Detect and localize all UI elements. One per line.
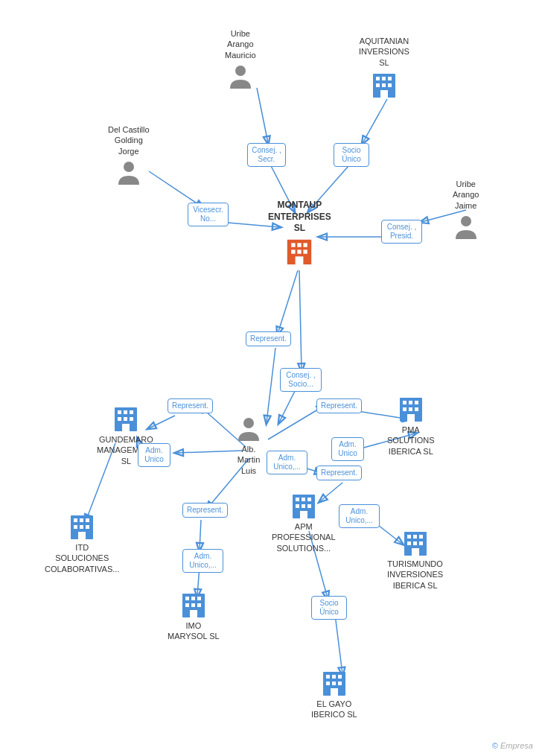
svg-rect-42 [304, 243, 307, 247]
svg-line-4 [149, 171, 203, 207]
relation-represent-imo: Represent. [182, 503, 228, 518]
svg-rect-53 [118, 417, 121, 421]
svg-rect-41 [298, 243, 302, 247]
svg-point-48 [243, 418, 254, 428]
svg-line-14 [176, 451, 242, 453]
relation-socio-unico-aq: SocioÚnico [334, 143, 369, 167]
building-icon-montaup [286, 238, 313, 266]
svg-rect-86 [413, 541, 417, 545]
svg-line-10 [299, 270, 302, 370]
building-icon-el-gayo [321, 669, 348, 697]
svg-rect-54 [124, 417, 127, 421]
node-el-gayo: EL GAYO IBERICO SL [311, 669, 357, 720]
building-icon-aquitanian [371, 71, 398, 99]
relation-represent-apm: Represent. [316, 466, 362, 480]
svg-rect-50 [118, 410, 121, 414]
svg-rect-66 [74, 518, 77, 522]
svg-rect-104 [331, 688, 338, 696]
node-apm: APM PROFESSIONAL SOLUTIONS... [272, 492, 336, 553]
svg-rect-37 [380, 90, 388, 98]
node-uribe-jaime: Uribe Arango Jaime [453, 179, 479, 241]
svg-line-25 [335, 614, 342, 674]
svg-rect-102 [332, 682, 336, 685]
svg-rect-44 [298, 250, 302, 253]
svg-rect-71 [86, 525, 89, 529]
person-icon-alb-martin [237, 416, 261, 442]
svg-rect-93 [185, 603, 189, 607]
svg-rect-87 [419, 541, 423, 545]
watermark-text: Empresa [500, 741, 533, 750]
svg-rect-84 [419, 535, 423, 539]
svg-point-29 [235, 66, 246, 76]
svg-rect-62 [409, 407, 412, 411]
watermark: © Empresa [492, 741, 533, 750]
svg-rect-51 [124, 410, 127, 414]
person-icon-uribe-mauricio [229, 63, 252, 90]
node-itd: ITD SOLUCIONES COLABORATIVAS... [45, 512, 119, 574]
building-icon-imo [180, 591, 207, 619]
svg-rect-55 [130, 417, 133, 421]
node-montaup: MONTAUP ENTERPRISES SL [268, 200, 331, 266]
svg-line-9 [267, 348, 275, 422]
relation-adm-unico-apm: Adm.Unico,... [339, 504, 380, 528]
svg-rect-35 [382, 83, 386, 87]
node-pma: PMA SOLUTIONS IBERICA SL [387, 395, 435, 457]
relation-represent-mid: Represent. [316, 398, 362, 413]
building-icon-turismundo [402, 529, 429, 557]
node-aquitanian: AQUITANIAN INVERSIONS SL [359, 36, 409, 99]
svg-rect-94 [191, 603, 195, 607]
person-icon-del-castillo [117, 159, 141, 186]
svg-rect-63 [415, 407, 418, 411]
svg-rect-70 [80, 525, 83, 529]
relation-represent-left: Represent. [168, 398, 213, 413]
diagram-container: Uribe Arango Mauricio AQUITANIAN INVERSI… [0, 0, 542, 756]
svg-line-17 [268, 406, 324, 439]
svg-rect-67 [80, 518, 83, 522]
relation-adm-unico-pma: Adm.Unico [331, 437, 364, 461]
svg-rect-90 [185, 597, 189, 600]
svg-rect-99 [332, 675, 336, 679]
svg-rect-79 [307, 504, 311, 508]
svg-rect-59 [409, 401, 412, 404]
svg-rect-78 [302, 504, 305, 508]
svg-rect-72 [78, 532, 86, 539]
arrows-svg [0, 0, 542, 756]
watermark-copy: © [492, 741, 498, 750]
svg-rect-52 [130, 410, 133, 414]
relation-socio-unico-gayo: SocioÚnico [311, 596, 347, 620]
svg-line-8 [278, 270, 298, 334]
svg-rect-92 [197, 597, 201, 600]
svg-rect-43 [292, 250, 296, 253]
svg-rect-60 [415, 401, 418, 404]
svg-rect-100 [338, 675, 342, 679]
svg-rect-91 [191, 597, 195, 600]
node-del-castillo: Del Castillo Golding Jorge [108, 124, 150, 186]
relation-consej-secr: Consej. ,Secr. [247, 143, 286, 167]
svg-rect-75 [302, 498, 305, 501]
svg-line-27 [200, 520, 201, 550]
relation-consej-presid: Consej. ,Presid. [381, 220, 422, 244]
svg-line-0 [257, 88, 268, 143]
svg-rect-85 [407, 541, 411, 545]
relation-adm-unico-imo: Adm.Unico,... [182, 549, 223, 573]
svg-rect-74 [296, 498, 299, 501]
svg-rect-77 [296, 504, 299, 508]
svg-rect-64 [407, 414, 415, 422]
svg-rect-58 [403, 401, 406, 404]
node-turismundo: TURISMUNDO INVERSIONES IBERICA SL [387, 529, 443, 591]
node-imo: IMO MARYSOL SL [168, 591, 220, 642]
svg-rect-95 [197, 603, 201, 607]
relation-consej-socio: Consej. ,Socio... [280, 368, 322, 392]
svg-line-2 [363, 99, 387, 143]
person-icon-uribe-jaime [454, 214, 478, 241]
svg-point-38 [124, 162, 134, 172]
svg-rect-80 [300, 511, 307, 518]
svg-rect-68 [86, 518, 89, 522]
svg-rect-96 [190, 610, 197, 617]
svg-rect-34 [376, 83, 380, 87]
building-icon-apm [290, 492, 317, 520]
building-icon-gundemaro [112, 404, 139, 433]
svg-rect-32 [382, 77, 386, 80]
relation-vicesecr: Vicesecr.No... [188, 203, 229, 226]
svg-rect-31 [376, 77, 380, 80]
